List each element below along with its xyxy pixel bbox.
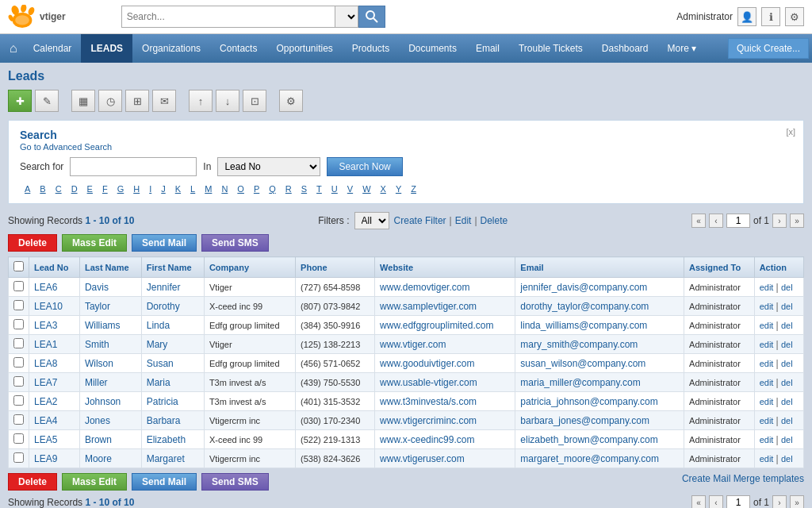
th-first-name[interactable]: First Name (141, 257, 204, 278)
row-select-checkbox[interactable] (13, 357, 24, 368)
alpha-N[interactable]: N (216, 183, 232, 195)
lead-no-link[interactable]: LEA2 (34, 396, 57, 407)
alpha-I[interactable]: I (144, 183, 156, 195)
th-company[interactable]: Company (204, 257, 295, 278)
alpha-H[interactable]: H (128, 183, 144, 195)
alpha-M[interactable]: M (200, 183, 216, 195)
settings-icon-btn[interactable]: ⚙ (785, 7, 804, 26)
advanced-search-link[interactable]: Go to Advanced Search (20, 142, 112, 152)
del-link[interactable]: del (781, 416, 793, 425)
website-link[interactable]: www.vtigeruser.com (380, 453, 465, 464)
first-name-link[interactable]: Barbara (147, 415, 181, 426)
last-name-link[interactable]: Jones (85, 415, 110, 426)
last-name-link[interactable]: Williams (85, 320, 121, 331)
alpha-Q[interactable]: Q (264, 183, 281, 195)
website-link[interactable]: www.vtigercriminc.com (380, 415, 477, 426)
first-name-link[interactable]: Margaret (147, 453, 185, 464)
website-link[interactable]: www.usable-vtiger.com (380, 377, 477, 388)
send-sms-btn-top[interactable]: Send SMS (201, 234, 269, 252)
send-sms-btn-bottom[interactable]: Send SMS (201, 473, 269, 491)
th-website[interactable]: Website (375, 257, 515, 278)
last-name-link[interactable]: Moore (85, 453, 112, 464)
email-link[interactable]: jennifer_davis@company.com (520, 282, 647, 293)
delete-btn-top[interactable]: Delete (8, 234, 57, 252)
quick-create-button[interactable]: Quick Create... (728, 38, 809, 59)
lead-no-link[interactable]: LEA6 (34, 282, 57, 293)
del-link[interactable]: del (781, 340, 793, 349)
row-checkbox[interactable] (9, 278, 29, 297)
edit-link[interactable]: edit (760, 435, 774, 444)
alpha-G[interactable]: G (113, 183, 129, 195)
import-btn[interactable]: ↑ (189, 90, 213, 112)
row-select-checkbox[interactable] (13, 281, 24, 291)
th-assigned-to[interactable]: Assigned To (684, 257, 755, 278)
row-select-checkbox[interactable] (13, 433, 24, 444)
edit-filter-link[interactable]: Edit (455, 215, 472, 226)
alpha-W[interactable]: W (358, 183, 375, 195)
alpha-P[interactable]: P (249, 183, 264, 195)
filter-select[interactable]: All (354, 212, 389, 229)
del-link[interactable]: del (781, 283, 793, 292)
alpha-B[interactable]: B (35, 183, 50, 195)
del-link[interactable]: del (781, 359, 793, 368)
mass-edit-btn-top[interactable]: Mass Edit (62, 234, 127, 252)
history-btn[interactable]: ◷ (98, 90, 122, 112)
edit-link[interactable]: edit (760, 302, 774, 311)
nav-opportunities[interactable]: Opportunities (266, 34, 342, 63)
edit-link[interactable]: edit (760, 378, 774, 387)
nav-leads[interactable]: LEADS (81, 34, 132, 63)
alpha-A[interactable]: A (20, 183, 35, 195)
last-name-link[interactable]: Johnson (85, 396, 121, 407)
first-page-btn[interactable]: « (691, 214, 706, 228)
nav-contacts[interactable]: Contacts (210, 34, 266, 63)
edit-link[interactable]: edit (760, 397, 774, 406)
page-number-input[interactable] (726, 214, 750, 228)
row-select-checkbox[interactable] (13, 376, 24, 387)
nav-more[interactable]: More ▾ (658, 34, 707, 63)
email-link[interactable]: patricia_johnson@company.com (520, 396, 657, 407)
lead-no-link[interactable]: LEA7 (34, 377, 57, 388)
find-duplicate-btn[interactable]: ⊡ (243, 90, 266, 112)
alpha-O[interactable]: O (232, 183, 249, 195)
first-name-link[interactable]: Susan (147, 358, 174, 369)
alpha-Z[interactable]: Z (406, 183, 421, 195)
row-select-checkbox[interactable] (13, 414, 24, 425)
edit-link[interactable]: edit (760, 283, 774, 292)
row-checkbox[interactable] (9, 411, 29, 430)
website-link[interactable]: www.x-ceedinc99.com (380, 434, 474, 445)
email-link[interactable]: margaret_moore@company.com (520, 453, 659, 464)
edit-link[interactable]: edit (760, 416, 774, 425)
send-mail-btn-top[interactable]: Send Mail (132, 234, 197, 252)
edit-link[interactable]: edit (760, 321, 774, 330)
row-checkbox[interactable] (9, 335, 29, 354)
user-icon-btn[interactable]: 👤 (737, 7, 756, 26)
alpha-F[interactable]: F (98, 183, 113, 195)
alpha-X[interactable]: X (376, 183, 391, 195)
alpha-T[interactable]: T (312, 183, 327, 195)
edit-link[interactable]: edit (760, 359, 774, 368)
nav-documents[interactable]: Documents (399, 34, 466, 63)
lead-no-link[interactable]: LEA9 (34, 453, 57, 464)
last-name-link[interactable]: Smith (85, 339, 109, 350)
row-checkbox[interactable] (9, 373, 29, 392)
row-checkbox[interactable] (9, 449, 29, 468)
nav-home[interactable]: ⌂ (3, 34, 24, 63)
nav-organizations[interactable]: Organizations (132, 34, 210, 63)
mass-edit-btn-bottom[interactable]: Mass Edit (62, 473, 127, 491)
nav-products[interactable]: Products (343, 34, 399, 63)
row-checkbox[interactable] (9, 354, 29, 373)
first-name-link[interactable]: Elizabeth (147, 434, 186, 445)
website-link[interactable]: www.gooduivtiger.com (380, 358, 474, 369)
website-link[interactable]: www.demovtiger.com (380, 282, 469, 293)
last-page-btn[interactable]: » (790, 214, 804, 228)
email-link[interactable]: barbara_jones@company.com (520, 415, 649, 426)
first-name-link[interactable]: Maria (147, 377, 170, 388)
email-link[interactable]: elizabeth_brown@company.com (520, 434, 657, 445)
delete-btn-bottom[interactable]: Delete (8, 473, 57, 491)
comment-btn[interactable]: ✉ (152, 90, 176, 112)
prev-page-btn-bottom[interactable]: ‹ (709, 495, 723, 508)
search-now-btn[interactable]: Search Now (327, 157, 402, 176)
info-icon-btn[interactable]: ℹ (761, 7, 780, 26)
website-link[interactable]: www.vtiger.com (380, 339, 446, 350)
alpha-S[interactable]: S (297, 183, 312, 195)
